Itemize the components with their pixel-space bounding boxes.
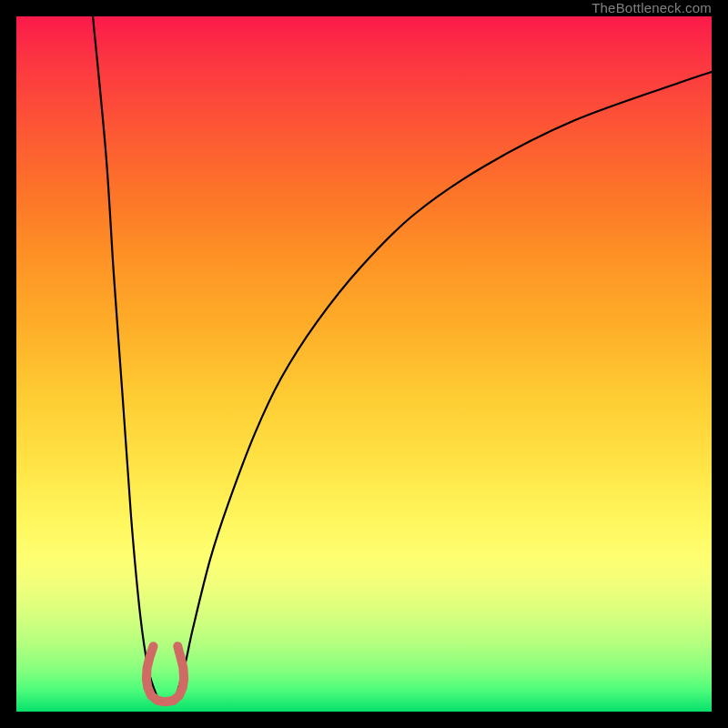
- curve-left: [93, 16, 157, 698]
- curve-right: [176, 72, 712, 698]
- curves-layer: [16, 16, 712, 712]
- watermark-label: TheBottleneck.com: [592, 0, 712, 16]
- plot-area: [16, 16, 712, 712]
- chart-frame: TheBottleneck.com: [0, 0, 728, 728]
- valley-marker: [147, 646, 184, 702]
